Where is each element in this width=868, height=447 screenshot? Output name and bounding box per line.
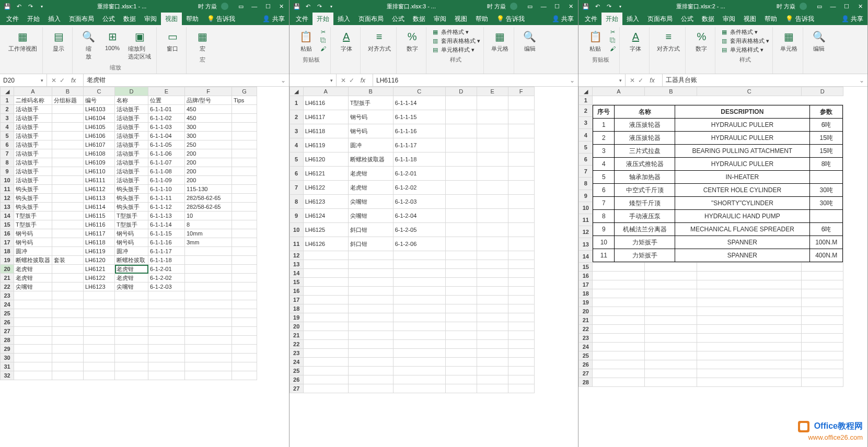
cell[interactable] <box>232 132 257 140</box>
avatar[interactable] <box>510 3 517 10</box>
format-painter-button[interactable]: 🖌 <box>320 45 327 52</box>
col-header-D[interactable]: D <box>445 87 477 96</box>
cell[interactable]: 老虎钳 <box>14 265 52 274</box>
cell[interactable] <box>802 369 843 378</box>
cell[interactable] <box>14 291 52 300</box>
align-button[interactable]: ≡对齐方式 <box>655 28 682 54</box>
row-header[interactable]: 9 <box>579 190 593 202</box>
row-header[interactable]: 31 <box>1 362 14 371</box>
cell[interactable]: 钩头扳手 <box>14 203 52 211</box>
cell[interactable]: 品牌/型号 <box>185 96 232 105</box>
cell[interactable] <box>14 336 52 345</box>
cell[interactable] <box>697 289 802 298</box>
cell[interactable]: 200 <box>185 167 232 176</box>
cell[interactable] <box>508 349 534 358</box>
cell[interactable] <box>697 263 802 272</box>
cell[interactable] <box>348 384 393 393</box>
cell[interactable]: 3mm <box>185 238 232 247</box>
table-cell[interactable]: 3 <box>593 145 615 158</box>
row-header[interactable]: 22 <box>1 283 14 291</box>
cell[interactable] <box>52 167 84 176</box>
fx-icon[interactable]: fx <box>68 77 79 84</box>
row-header[interactable]: 20 <box>1 265 14 274</box>
undo-icon[interactable]: ↶ <box>15 2 23 10</box>
cell[interactable] <box>802 307 843 316</box>
cell[interactable] <box>84 371 115 380</box>
menu-帮助[interactable]: 帮助 <box>760 13 781 26</box>
close-icon[interactable]: ✕ <box>277 2 286 10</box>
cell[interactable]: LH6120 <box>303 152 348 167</box>
cell[interactable] <box>593 325 645 334</box>
cell[interactable]: LH6119 <box>84 247 115 256</box>
cell[interactable]: LH6120 <box>84 256 115 265</box>
cell[interactable] <box>115 362 148 371</box>
cell[interactable] <box>52 194 84 203</box>
row-header[interactable]: 7 <box>1 149 14 158</box>
cell[interactable]: 尖嘴钳 <box>348 195 393 209</box>
menu-开始[interactable]: 开始 <box>601 13 622 26</box>
row-header[interactable]: 17 <box>579 280 593 289</box>
cell[interactable] <box>393 331 445 340</box>
grid[interactable]: ◢ABCD12 序号名称DESCRIPTION参数 1液压拔轮器HYDRAULI… <box>578 87 867 447</box>
cell[interactable]: LH6103 <box>84 105 115 114</box>
cell[interactable]: 6-1-1-16 <box>148 238 185 247</box>
table-cell[interactable]: 4 <box>593 158 615 171</box>
cell[interactable] <box>232 300 257 309</box>
cell[interactable] <box>84 362 115 371</box>
menu-数据[interactable]: 数据 <box>698 13 719 26</box>
cell[interactable] <box>348 260 393 269</box>
row-header[interactable]: 14 <box>290 269 303 278</box>
cell[interactable] <box>445 167 477 181</box>
cell[interactable]: 圆冲 <box>14 247 52 256</box>
ribbon-options-icon[interactable]: ▭ <box>815 2 824 10</box>
cell[interactable] <box>477 313 508 322</box>
menu-公式[interactable]: 公式 <box>388 13 409 26</box>
cell[interactable] <box>445 349 477 358</box>
cell[interactable] <box>508 340 534 349</box>
cell[interactable]: 序号名称DESCRIPTION参数 1液压拔轮器HYDRAULIC PULLER… <box>593 105 843 263</box>
cell[interactable] <box>185 300 232 309</box>
col-header-C[interactable]: C <box>393 87 445 96</box>
cell[interactable] <box>185 283 232 291</box>
row-header[interactable]: 13 <box>290 260 303 269</box>
cell[interactable] <box>508 304 534 313</box>
table-cell[interactable]: 5 <box>593 171 615 184</box>
name-box[interactable]: ▾ <box>578 74 626 86</box>
row-header[interactable]: 26 <box>290 375 303 384</box>
cell[interactable] <box>52 132 84 140</box>
formula-input[interactable]: 工器具台账 <box>663 76 856 85</box>
grid[interactable]: ◢ABCDEFG1二维码名称分组标题编号名称位置品牌/型号Tips2活动扳手LH… <box>0 87 289 447</box>
row-header[interactable]: 23 <box>579 334 593 343</box>
cell[interactable] <box>185 247 232 256</box>
cell[interactable]: 6-1-1-11 <box>148 194 185 203</box>
cell[interactable] <box>697 280 802 289</box>
row-header[interactable]: 11 <box>579 214 593 226</box>
cell[interactable] <box>645 360 697 369</box>
cell[interactable]: 圆冲 <box>348 138 393 152</box>
row-header[interactable]: 8 <box>290 195 303 209</box>
cell[interactable] <box>52 291 84 300</box>
cell[interactable] <box>84 345 115 354</box>
maximize-icon[interactable]: ☐ <box>553 2 561 10</box>
cell[interactable] <box>593 378 645 387</box>
menu-插入[interactable]: 插入 <box>622 13 643 26</box>
cell[interactable] <box>393 375 445 384</box>
cell[interactable] <box>508 251 534 260</box>
cell[interactable] <box>185 318 232 327</box>
cell[interactable] <box>303 313 348 322</box>
cell[interactable]: 位置 <box>148 96 185 105</box>
menu-视图[interactable]: 视图 <box>739 13 760 26</box>
cell[interactable]: 二维码名称 <box>14 96 52 105</box>
cell[interactable]: 6-1-1-17 <box>148 247 185 256</box>
cell[interactable] <box>185 309 232 318</box>
menu-文件[interactable]: 文件 <box>581 13 601 26</box>
cell[interactable]: 6-1-1-17 <box>393 138 445 152</box>
cell[interactable]: LH6105 <box>84 123 115 132</box>
cell[interactable] <box>393 349 445 358</box>
row-header[interactable]: 12 <box>290 251 303 260</box>
cell[interactable] <box>393 384 445 393</box>
menu-数据[interactable]: 数据 <box>119 13 140 26</box>
row-header[interactable]: 18 <box>579 289 593 298</box>
cell[interactable] <box>232 114 257 123</box>
cell[interactable] <box>148 362 185 371</box>
